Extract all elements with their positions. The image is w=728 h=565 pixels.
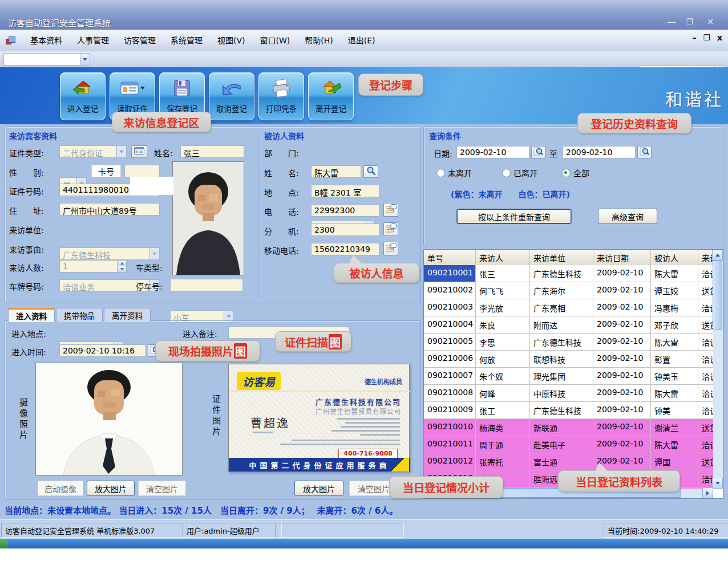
table-cell[interactable]: 2009-02-10 — [593, 265, 651, 282]
table-cell[interactable]: 周于通 — [476, 436, 530, 453]
mdi-minimize-icon[interactable]: – — [692, 33, 696, 42]
table-row[interactable]: 090210002何飞飞广东海尔2009-02-10谭玉姣送货 — [424, 282, 713, 299]
zoom-scan-button[interactable]: 放大图片 — [294, 481, 343, 496]
chevron-down-icon[interactable] — [80, 54, 90, 65]
table-cell[interactable]: 090210004 — [424, 316, 476, 333]
requery-button[interactable]: 按以上条件重新查询 — [456, 209, 572, 224]
table-cell[interactable]: 090210003 — [424, 299, 476, 316]
table-cell[interactable]: 2009-02-10 — [593, 282, 651, 299]
table-cell[interactable]: 090210012 — [424, 453, 476, 470]
tab-entry-info[interactable]: 进入资料 — [8, 308, 55, 322]
table-cell[interactable]: 联想科技 — [530, 351, 593, 367]
visit-company-combo[interactable]: 广东德生科技 — [59, 247, 160, 260]
id-type-combo[interactable]: 二代身份证 — [59, 145, 127, 158]
radio-left[interactable]: 已离开 — [502, 167, 537, 178]
restore-icon[interactable]: ❐ — [682, 16, 697, 27]
table-cell[interactable]: 2009-02-10 — [593, 385, 651, 401]
table-cell[interactable]: 杨海类 — [476, 419, 530, 436]
table-cell[interactable]: 中原科技 — [530, 385, 593, 401]
table-row[interactable]: 090210009张工广东德生科技2009-02-10钟美洽谈业务 — [424, 402, 713, 419]
table-cell[interactable]: 何飞飞 — [476, 282, 530, 299]
table-cell[interactable]: 洽谈业务 — [698, 436, 713, 453]
table-cell[interactable]: 钟美玉 — [651, 368, 698, 384]
table-cell[interactable]: 李思 — [476, 334, 530, 350]
table-cell[interactable]: 陈大雷 — [651, 436, 698, 453]
column-header[interactable]: 单号 — [424, 250, 476, 265]
table-cell[interactable]: 张寄托 — [476, 453, 530, 470]
scroll-right-icon[interactable] — [702, 487, 713, 498]
table-row[interactable]: 090210005李思广东德生科技2009-02-10陈大雷洽谈业务 — [424, 334, 713, 351]
table-cell[interactable]: 送货 — [698, 419, 713, 436]
table-row[interactable]: 090210004朱良附而达2009-02-10邓子欣送货 — [424, 316, 713, 334]
table-cell[interactable]: 附而达 — [530, 316, 593, 333]
table-cell[interactable]: 谭玉姣 — [651, 282, 698, 299]
close-icon[interactable]: ✕ — [703, 16, 718, 27]
table-cell[interactable]: 2009-02-10 — [593, 316, 651, 333]
table-cell[interactable]: 朱良 — [476, 316, 530, 333]
table-row[interactable]: 090210011周于通赴美电子2009-02-10陈大雷洽谈业务 — [424, 436, 713, 453]
card-no-field[interactable] — [124, 165, 160, 177]
tab-leave-info[interactable]: 离开资料 — [104, 308, 151, 322]
table-cell[interactable]: 090210011 — [424, 436, 476, 453]
table-cell[interactable]: 2009-02-10 — [593, 351, 651, 367]
table-cell[interactable]: 新联通 — [530, 419, 593, 436]
radio-not-left[interactable]: 未离开 — [436, 167, 472, 178]
table-cell[interactable]: 邓子欣 — [651, 316, 698, 333]
scroll-up-icon[interactable] — [712, 250, 723, 261]
table-cell[interactable]: 090210007 — [424, 368, 476, 384]
table-cell[interactable]: 广东海尔 — [530, 282, 593, 299]
minimize-icon[interactable]: ― — [664, 16, 679, 27]
table-cell[interactable]: 洽谈业务 — [698, 299, 713, 316]
visitor-count-stepper[interactable]: 1 — [59, 260, 127, 273]
table-cell[interactable]: 李光放 — [476, 299, 530, 316]
table-cell[interactable]: 2009-02-10 — [593, 368, 651, 384]
table-cell[interactable]: 广东德生科技 — [530, 402, 593, 418]
table-cell[interactable]: 洽谈业务 — [698, 351, 713, 367]
table-cell[interactable]: 洽谈业务 — [698, 385, 713, 401]
menu-system[interactable]: 系统管理 — [163, 30, 210, 51]
table-cell[interactable]: 洽谈业务 — [698, 265, 713, 282]
ext-field[interactable]: 2300 — [311, 223, 379, 236]
print-receipt-button[interactable]: 打印凭条 — [258, 72, 304, 120]
table-cell[interactable]: 陈大雷 — [651, 385, 698, 401]
vertical-scroll-thumb[interactable] — [713, 261, 722, 330]
table-cell[interactable]: 何峰 — [476, 385, 530, 401]
table-cell[interactable]: 洽谈业务 — [698, 470, 713, 487]
table-cell[interactable]: 张三 — [476, 265, 530, 282]
table-cell[interactable]: 2009-02-10 — [593, 299, 651, 316]
table-cell[interactable]: 送货 — [698, 282, 713, 299]
parking-field[interactable] — [170, 279, 243, 291]
table-row[interactable]: 090210008何峰中原科技2009-02-10陈大雷洽谈业务 — [424, 385, 713, 402]
table-cell[interactable]: 何放 — [476, 351, 530, 367]
clear-photo-button[interactable]: 清空图片 — [138, 481, 186, 496]
table-cell[interactable]: 陈大雷 — [651, 334, 698, 350]
radio-all[interactable]: 全部 — [562, 167, 589, 178]
table-cell[interactable]: 陈大雷 — [651, 265, 698, 282]
table-cell[interactable]: 090210009 — [424, 402, 476, 418]
menu-window[interactable]: 窗口(W) — [253, 30, 298, 51]
table-cell[interactable]: 洽谈业务 — [698, 402, 713, 418]
start-camera-button[interactable]: 启动摄像 — [38, 481, 83, 496]
stepper-arrows-icon[interactable] — [117, 261, 126, 272]
table-cell[interactable]: 090210010 — [424, 419, 476, 436]
entry-time-field[interactable]: 2009-02-10 10:16 — [59, 344, 146, 357]
table-row[interactable]: 090210010杨海类新联通2009-02-10谢清兰送货 — [424, 419, 713, 436]
table-cell[interactable]: 090210001 — [424, 265, 476, 282]
address-field[interactable]: 广州市中山大道89号 — [59, 203, 160, 216]
mobile-field[interactable]: 15602210349 — [311, 243, 379, 255]
table-cell[interactable]: 冯惠梅 — [651, 299, 698, 316]
table-cell[interactable]: 广东德生科技 — [530, 334, 593, 350]
table-row[interactable]: 090210012张寄托富士通2009-02-10谭国送货 — [424, 453, 713, 470]
column-header[interactable]: 来访日期 — [593, 250, 651, 265]
visitor-name-field[interactable]: 张三 — [180, 145, 244, 158]
read-card-button[interactable] — [131, 145, 147, 158]
table-cell[interactable]: 2009-02-10 — [593, 334, 651, 350]
scroll-down-icon[interactable] — [712, 478, 723, 489]
table-cell[interactable]: 2009-02-10 — [593, 419, 651, 436]
column-header[interactable]: 来访单位 — [530, 250, 593, 265]
notify-phone-button[interactable] — [383, 203, 398, 217]
notify-ext-button[interactable] — [383, 222, 398, 236]
table-cell[interactable]: 090210002 — [424, 282, 476, 299]
date-to-picker-button[interactable] — [637, 146, 652, 158]
enter-register-button[interactable]: 进入登记 — [60, 72, 106, 120]
